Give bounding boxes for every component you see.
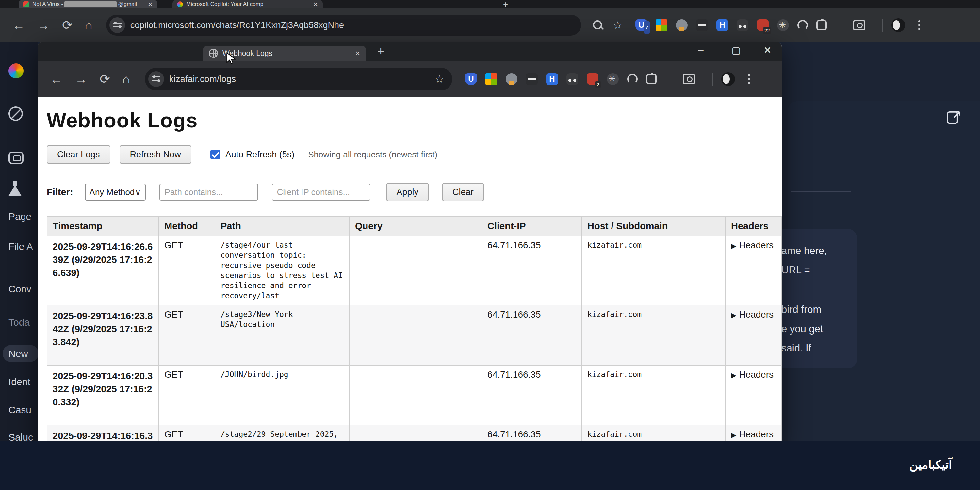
atom-extension-icon[interactable]: [777, 19, 789, 31]
sidebar-item-identity[interactable]: Ident: [8, 376, 30, 387]
home-icon[interactable]: ⌂: [85, 18, 92, 32]
table-row[interactable]: 2025-09-29T14:16:23.842Z (9/29/2025 17:1…: [47, 305, 781, 365]
browser-menu-icon[interactable]: [748, 78, 750, 80]
method-select[interactable]: Any Method ∨: [85, 184, 146, 200]
client-ip-cell: 64.71.166.35: [482, 425, 582, 442]
recorder-extension-icon[interactable]: [737, 19, 748, 31]
clear-logs-button[interactable]: Clear Logs: [47, 145, 110, 164]
profile-avatar[interactable]: [891, 18, 905, 32]
tab-close-icon[interactable]: ✕: [313, 1, 318, 8]
site-settings-icon[interactable]: [110, 18, 125, 33]
microsoft-extension-icon[interactable]: [485, 73, 497, 85]
apply-button[interactable]: Apply: [386, 183, 429, 201]
headers-toggle[interactable]: ▶Headers: [731, 369, 773, 380]
inner-address-bar[interactable]: kizafair.com/logs ☆: [145, 68, 452, 90]
screen-search-icon[interactable]: [853, 20, 865, 30]
character-extension-icon[interactable]: [506, 73, 517, 85]
new-tab-button[interactable]: +: [377, 45, 384, 58]
close-icon[interactable]: ✕: [764, 45, 772, 56]
character-extension-icon[interactable]: [676, 19, 687, 31]
back-icon[interactable]: ←: [13, 18, 25, 32]
dark-extension-icon[interactable]: [696, 19, 708, 31]
bookmark-star-icon[interactable]: ☆: [435, 73, 444, 85]
tab-close-icon[interactable]: ✕: [355, 50, 360, 57]
col-client-ip: Client-IP: [482, 216, 582, 236]
refresh-now-button[interactable]: Refresh Now: [119, 145, 191, 164]
sidebar-item-file-agents[interactable]: File A: [8, 241, 33, 252]
sidebar-item-casual[interactable]: Casu: [8, 404, 31, 415]
back-icon[interactable]: ←: [50, 72, 62, 86]
discover-icon[interactable]: [8, 107, 23, 121]
filter-row: Filter: Any Method ∨ Path contains... Cl…: [47, 183, 782, 201]
red-extension-icon[interactable]: 22: [757, 19, 768, 31]
forward-icon[interactable]: →: [37, 18, 50, 32]
outer-tab-gmail[interactable]: Not A Virus - @gmail ✕: [19, 0, 158, 8]
outer-tab-copilot[interactable]: Microsoft Copilot: Your AI comp ✕: [172, 0, 323, 8]
headers-toggle[interactable]: ▶Headers: [731, 240, 773, 250]
tab-close-icon[interactable]: ✕: [148, 1, 153, 8]
ip-filter-input[interactable]: Client IP contains...: [272, 184, 371, 200]
atom-extension-icon[interactable]: [607, 73, 619, 85]
h-extension-icon[interactable]: H: [546, 73, 558, 85]
inner-extension-row: U H 2: [465, 72, 760, 86]
home-icon[interactable]: ⌂: [123, 72, 130, 86]
outer-address-bar[interactable]: copilot.microsoft.com/chats/Rc1Y1KxnZj3A…: [106, 15, 581, 36]
path-cell: /stage3/New York-USA/location: [215, 305, 350, 365]
headers-cell: ▶Headers: [725, 305, 781, 365]
table-row[interactable]: 2025-09-29T14:16:26.639Z (9/29/2025 17:1…: [47, 236, 781, 305]
site-settings-icon[interactable]: [148, 71, 164, 87]
adblock-shield-icon[interactable]: U 7: [635, 19, 647, 31]
arc-extension-icon[interactable]: [627, 74, 638, 84]
new-tab-button[interactable]: +: [503, 0, 508, 10]
red-extension-icon[interactable]: 2: [587, 73, 598, 85]
headers-toggle[interactable]: ▶Headers: [731, 429, 773, 439]
labs-icon[interactable]: [8, 185, 22, 196]
screen-search-icon[interactable]: [683, 74, 695, 84]
table-row[interactable]: 2025-09-29T14:16:16.330Z (9/29/2025 17:1…: [47, 425, 781, 442]
recorder-extension-icon[interactable]: [566, 73, 578, 85]
tab-label: @gmail: [118, 1, 137, 8]
clear-filter-button[interactable]: Clear: [442, 183, 484, 201]
maximize-icon[interactable]: ▢: [732, 45, 741, 56]
forward-icon[interactable]: →: [75, 72, 87, 86]
table-row[interactable]: 2025-09-29T14:16:20.332Z (9/29/2025 17:1…: [47, 365, 781, 425]
profile-avatar[interactable]: [721, 72, 735, 86]
reload-icon[interactable]: ⟳: [62, 18, 73, 32]
microsoft-extension-icon[interactable]: [655, 19, 667, 31]
share-icon[interactable]: [945, 108, 963, 126]
screen: ame here, URL = bird from e you get said…: [0, 0, 980, 490]
extensions-puzzle-icon[interactable]: [816, 20, 827, 30]
separator: [882, 19, 883, 32]
sidebar-item-pages[interactable]: Page: [8, 211, 31, 222]
host-cell: kizafair.com: [582, 365, 725, 425]
path-cell: /stage2/29 September 2025, 17:16: [215, 425, 350, 442]
minimize-icon[interactable]: –: [698, 45, 704, 56]
col-query: Query: [350, 216, 482, 236]
url-text[interactable]: kizafair.com/logs: [169, 74, 236, 84]
url-text[interactable]: copilot.microsoft.com/chats/Rc1Y1KxnZj3A…: [130, 20, 344, 30]
controls-row: Clear Logs Refresh Now Auto Refresh (5s)…: [47, 145, 782, 164]
reload-icon[interactable]: ⟳: [100, 72, 110, 86]
host-cell: kizafair.com: [582, 305, 725, 365]
headers-cell: ▶Headers: [725, 236, 781, 305]
headers-toggle[interactable]: ▶Headers: [731, 309, 773, 320]
adblock-shield-icon[interactable]: U: [465, 73, 477, 85]
chats-icon[interactable]: [8, 151, 24, 164]
dark-extension-icon[interactable]: [526, 73, 538, 85]
arc-extension-icon[interactable]: [797, 20, 808, 30]
query-cell: [350, 365, 482, 425]
path-filter-input[interactable]: Path contains...: [159, 184, 258, 200]
auto-refresh-checkbox[interactable]: [210, 150, 220, 159]
sidebar-item-new-chat[interactable]: New: [8, 348, 28, 360]
zoom-icon[interactable]: [592, 20, 603, 31]
copilot-logo-icon[interactable]: [8, 64, 24, 78]
h-extension-icon[interactable]: H: [716, 19, 728, 31]
bookmark-star-icon[interactable]: ☆: [613, 19, 623, 31]
browser-menu-icon[interactable]: [918, 24, 920, 26]
chevron-down-icon: ∨: [135, 187, 141, 197]
outer-extension-row: U 7 H 22: [635, 18, 930, 32]
host-cell: kizafair.com: [582, 425, 725, 442]
filter-label: Filter:: [47, 187, 73, 197]
extensions-puzzle-icon[interactable]: [646, 74, 657, 84]
outer-toolbar: ← → ⟳ ⌂ copilot.microsoft.com/chats/Rc1Y…: [0, 8, 980, 42]
